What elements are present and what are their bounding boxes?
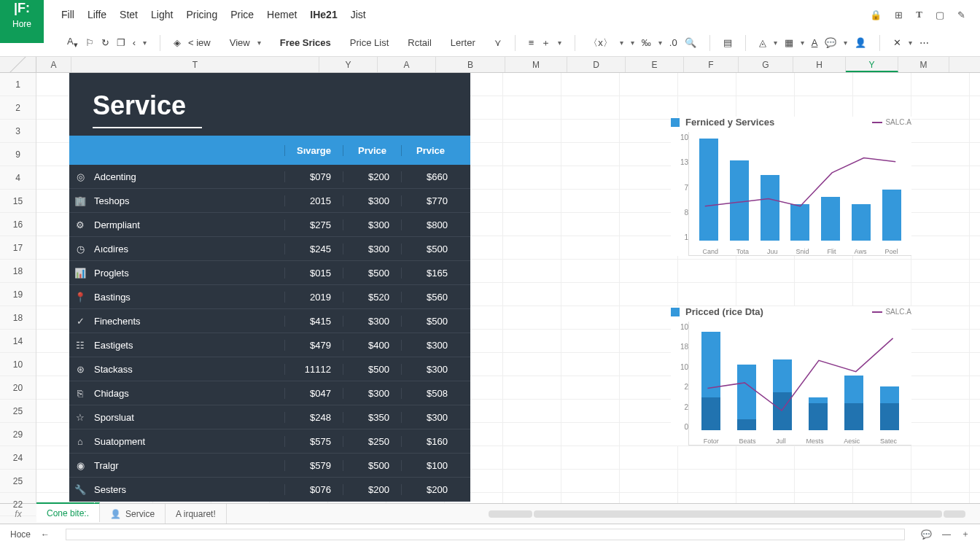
- chevron-down-icon[interactable]: ▾: [658, 39, 662, 47]
- row-header[interactable]: 14: [0, 330, 36, 353]
- letter-button[interactable]: Lerter: [451, 37, 475, 48]
- chat-icon[interactable]: 💬: [921, 529, 932, 540]
- app-home-button[interactable]: |F: Hore: [0, 0, 44, 43]
- chevron-down-icon[interactable]: ▾: [631, 39, 634, 47]
- copy-icon[interactable]: ❐: [117, 37, 125, 48]
- row-header[interactable]: 16: [0, 213, 36, 236]
- column-header[interactable]: B: [436, 57, 505, 72]
- flag-icon[interactable]: ⚐: [85, 37, 94, 48]
- menu-stet[interactable]: Stet: [120, 9, 138, 20]
- column-header[interactable]: A: [378, 57, 436, 72]
- plus-icon[interactable]: ＋: [541, 36, 551, 50]
- menu-ihe21[interactable]: IHe21: [310, 9, 337, 20]
- table-row[interactable]: 🏢 Teshops 2015 $300 $770: [69, 189, 470, 213]
- row-header[interactable]: 18: [0, 260, 36, 283]
- scroll-thumb[interactable]: [944, 510, 965, 518]
- table-row[interactable]: ⌂ Suatopment $575 $250 $160: [69, 429, 470, 454]
- menu-hemet[interactable]: Hemet: [267, 9, 297, 20]
- retail-button[interactable]: Rctail: [408, 37, 432, 48]
- row-header[interactable]: 3: [0, 120, 36, 143]
- column-header[interactable]: G: [739, 57, 793, 72]
- tag-icon[interactable]: ◈: [174, 37, 181, 48]
- fx-icon[interactable]: fx: [0, 509, 36, 519]
- zoom-in-icon[interactable]: ＋: [961, 528, 970, 540]
- menu-light[interactable]: Light: [151, 9, 173, 20]
- row-header[interactable]: 20: [0, 376, 36, 400]
- view1-label[interactable]: < iew: [188, 37, 211, 48]
- table-row[interactable]: 🔧 Sesters $076 $200 $200: [69, 478, 470, 502]
- pencil-icon[interactable]: ✎: [957, 9, 965, 20]
- scroll-thumb[interactable]: [489, 510, 532, 518]
- column-header[interactable]: Y: [846, 57, 898, 72]
- percent-icon[interactable]: ‰: [642, 37, 651, 48]
- comment-icon[interactable]: 💬: [825, 37, 836, 48]
- menu-fill[interactable]: Fill: [61, 9, 74, 20]
- row-header[interactable]: 2: [0, 96, 36, 120]
- column-header[interactable]: H: [793, 57, 846, 72]
- column-header[interactable]: E: [626, 57, 684, 72]
- row-header[interactable]: 4: [0, 166, 36, 190]
- select-all-corner[interactable]: [0, 57, 36, 72]
- align-icon[interactable]: ≡: [529, 37, 534, 48]
- column-header[interactable]: F: [684, 57, 739, 72]
- row-header[interactable]: 17: [0, 236, 36, 260]
- chevron-down-icon[interactable]: ▾: [558, 39, 561, 47]
- table-row[interactable]: ◎ Adcenting $079 $200 $660: [69, 165, 470, 189]
- scroll-track[interactable]: [534, 510, 942, 518]
- chevron-down-icon[interactable]: ▾: [620, 39, 623, 47]
- sheet-tab[interactable]: A irquaret!: [166, 504, 227, 524]
- chevron-down-icon[interactable]: ▾: [909, 39, 912, 47]
- lock-icon[interactable]: 🔒: [870, 9, 882, 20]
- column-header[interactable]: M: [505, 57, 567, 72]
- person-icon[interactable]: 👤: [855, 37, 866, 48]
- chart-ferniced-services[interactable]: Ferniced y Services SALC.A 1013781 CandT…: [671, 117, 911, 256]
- column-header[interactable]: A: [36, 57, 71, 72]
- more-icon[interactable]: ⋯: [919, 37, 929, 48]
- font-icon[interactable]: A▾: [67, 36, 78, 50]
- grid-icon[interactable]: ⊞: [895, 9, 903, 20]
- column-header[interactable]: T: [71, 57, 319, 72]
- formula-bar[interactable]: [66, 529, 905, 540]
- menu-price[interactable]: Price: [230, 9, 254, 20]
- zoom-out-icon[interactable]: —: [942, 529, 951, 540]
- row-header[interactable]: 10: [0, 353, 36, 376]
- table-row[interactable]: 📍 Bastings 2019 $520 $560: [69, 285, 470, 309]
- free-srices-button[interactable]: Free Srices: [280, 37, 331, 48]
- table-row[interactable]: ⎘ Chidags $047 $300 $508: [69, 381, 470, 405]
- box-icon[interactable]: ▢: [936, 9, 944, 20]
- spreadsheet-grid[interactable]: Service Sıvarge Prvice Prvice ◎ Adcentin…: [36, 73, 980, 503]
- table-row[interactable]: ✓ Finechents $415 $300 $500: [69, 309, 470, 333]
- view2-label[interactable]: View: [230, 37, 250, 48]
- row-header[interactable]: 18: [0, 306, 36, 330]
- row-header[interactable]: 9: [0, 143, 36, 166]
- chevron-down-icon[interactable]: ▾: [844, 39, 847, 47]
- chevron-down-icon[interactable]: ▾: [143, 39, 147, 47]
- menu-jist[interactable]: Jist: [351, 9, 366, 20]
- sheet-tab[interactable]: Cone bite:.: [36, 502, 100, 522]
- table-row[interactable]: ⊛ Stackass 11112 $500 $300: [69, 357, 470, 381]
- row-header[interactable]: 24: [0, 446, 36, 470]
- chevron-down-icon[interactable]: ▾: [801, 39, 804, 47]
- back-arrow-icon[interactable]: ←: [41, 529, 50, 540]
- table-row[interactable]: ☷ Eastigets $479 $400 $300: [69, 333, 470, 357]
- search-icon[interactable]: 🔍: [685, 37, 696, 48]
- table-row[interactable]: ◉ Tralgr $579 $500 $100: [69, 454, 470, 478]
- text-color-icon[interactable]: A: [812, 37, 818, 48]
- menu-pricing[interactable]: Pricing: [186, 9, 217, 20]
- row-header[interactable]: 25: [0, 470, 36, 493]
- chevron-down-icon[interactable]: ▾: [774, 39, 777, 47]
- table-row[interactable]: ☆ Sporsluat $248 $350 $300: [69, 405, 470, 429]
- filter-icon[interactable]: ⋎: [494, 37, 502, 48]
- decimal-icon[interactable]: .0: [669, 37, 677, 48]
- back-icon[interactable]: ‹: [133, 37, 136, 48]
- border-icon[interactable]: ▦: [785, 37, 793, 48]
- chart-pricced-data[interactable]: Pricced (rice Dta) SALC.A 101810220 Foto…: [671, 306, 911, 446]
- column-header[interactable]: D: [567, 57, 626, 72]
- fill-color-icon[interactable]: ◬: [759, 37, 766, 48]
- menu-liffe[interactable]: Liffe: [88, 9, 106, 20]
- note-icon[interactable]: ▤: [723, 37, 732, 48]
- sheet-tab[interactable]: 👤Service: [100, 504, 166, 524]
- table-row[interactable]: 📊 Proglets $015 $500 $165: [69, 261, 470, 285]
- row-header[interactable]: 29: [0, 423, 36, 446]
- brackets-icon[interactable]: 〈x〉: [588, 36, 612, 50]
